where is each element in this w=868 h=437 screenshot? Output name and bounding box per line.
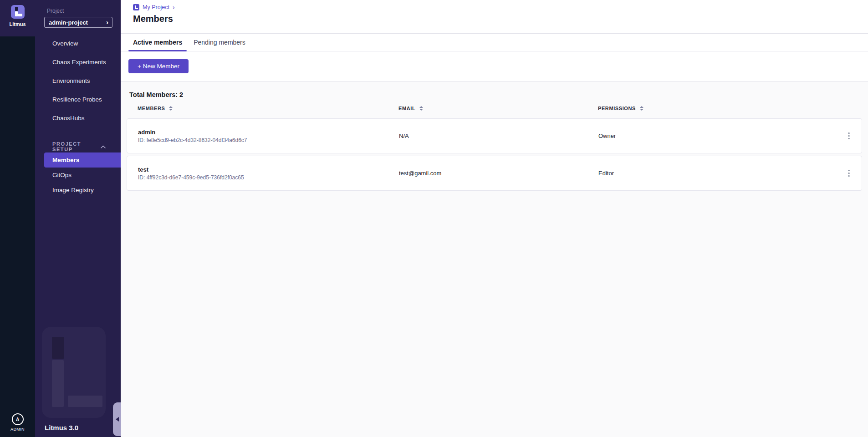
sort-email-icon[interactable] [419, 106, 423, 111]
sidebar-item-gitops[interactable]: GitOps [44, 168, 121, 183]
kebab-menu-icon[interactable] [842, 130, 855, 142]
member-name: test [138, 166, 399, 173]
table-row: admin ID: fe8e5cd9-eb2c-4d32-8632-04df34… [127, 118, 862, 153]
litmus-logo-icon [11, 5, 25, 19]
app-name-label: Litmus [9, 21, 26, 27]
version-label: Litmus 3.0 [45, 424, 78, 432]
kebab-menu-icon[interactable] [842, 167, 855, 180]
column-members-label: MEMBERS [138, 106, 165, 111]
member-id: ID: fe8e5cd9-eb2c-4d32-8632-04df34a6d6c7 [138, 137, 399, 143]
sort-permissions-icon[interactable] [640, 106, 643, 111]
sidebar-item-chaos-experiments[interactable]: Chaos Experiments [35, 53, 121, 71]
project-setup-section-toggle[interactable]: PROJECT SETUP [35, 141, 121, 152]
user-avatar[interactable]: A [12, 413, 24, 425]
sidebar-item-environments[interactable]: Environments [35, 71, 121, 90]
new-member-button[interactable]: + New Member [128, 59, 189, 73]
collapse-sidebar-button[interactable] [113, 402, 121, 436]
user-role-label: ADMIN [10, 427, 25, 432]
chevron-up-icon [101, 145, 106, 148]
sidebar-divider [44, 135, 111, 135]
tab-active-members[interactable]: Active members [128, 34, 187, 51]
members-section: Total Members: 2 MEMBERS EMAIL PERMISSIO… [121, 81, 868, 437]
user-block: A ADMIN [10, 413, 25, 432]
sidebar: Project admin-project › Overview Chaos E… [35, 0, 121, 437]
breadcrumb-my-project-link[interactable]: My Project [143, 4, 169, 10]
chevron-right-icon: › [106, 19, 108, 25]
litmus-watermark-icon [42, 327, 106, 418]
project-selected-value: admin-project [49, 19, 88, 26]
sort-members-icon[interactable] [169, 106, 173, 111]
app-logo-block: Litmus [0, 0, 35, 36]
members-toolbar: + New Member [121, 51, 868, 81]
member-permission: Owner [598, 132, 836, 139]
members-tabs: Active members Pending members [121, 34, 868, 51]
column-permissions-label: PERMISSIONS [598, 106, 636, 111]
project-selector[interactable]: admin-project › [44, 17, 112, 28]
page-header: My Project › Members [121, 0, 868, 34]
triangle-left-icon [116, 417, 119, 422]
sidebar-nav: Overview Chaos Experiments Environments … [35, 34, 121, 127]
member-name: admin [138, 129, 399, 136]
breadcrumb: My Project › [133, 4, 868, 10]
sidebar-item-chaoshubs[interactable]: ChaosHubs [35, 109, 121, 127]
sidebar-item-overview[interactable]: Overview [35, 34, 121, 53]
member-email: N/A [399, 132, 598, 139]
tab-pending-members[interactable]: Pending members [189, 34, 250, 51]
sidebar-item-image-registry[interactable]: Image Registry [44, 183, 121, 198]
total-members-label: Total Members: 2 [129, 91, 862, 98]
left-rail: Litmus A ADMIN [0, 0, 35, 437]
sidebar-item-members[interactable]: Members [44, 152, 121, 168]
main-content: My Project › Members Active members Pend… [121, 0, 868, 437]
members-table-header: MEMBERS EMAIL PERMISSIONS [127, 98, 862, 118]
member-permission: Editor [598, 170, 836, 177]
page-title: Members [133, 14, 868, 24]
project-breadcrumb-icon [133, 4, 139, 10]
breadcrumb-chevron-icon: › [173, 4, 175, 10]
column-email-label: EMAIL [398, 106, 415, 111]
member-email: test@gamil.com [399, 170, 598, 177]
table-row: test ID: 4ff92c3d-d6e7-459c-9ed5-736fd2f… [127, 156, 862, 191]
project-label: Project [47, 8, 121, 14]
member-id: ID: 4ff92c3d-d6e7-459c-9ed5-736fd2f0ac65 [138, 174, 399, 181]
project-setup-label: PROJECT SETUP [52, 141, 101, 152]
sidebar-item-resilience-probes[interactable]: Resilience Probes [35, 90, 121, 109]
